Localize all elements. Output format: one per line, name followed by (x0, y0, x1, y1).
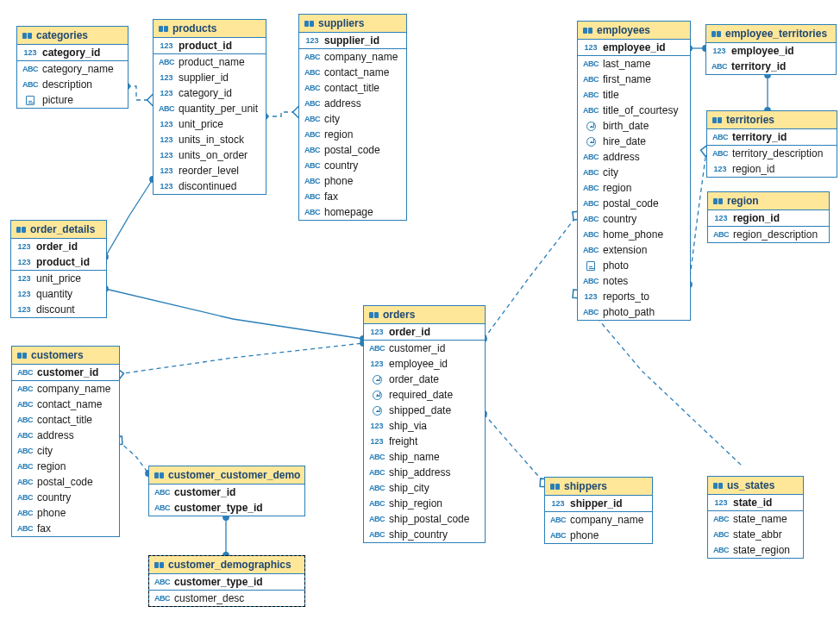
column-photo_path[interactable]: photo_path (578, 304, 690, 320)
column-customer_type_id[interactable]: customer_type_id (149, 574, 304, 590)
column-territory_id[interactable]: territory_id (707, 129, 837, 145)
table-header[interactable]: region (708, 192, 829, 210)
column-state_id[interactable]: state_id (708, 495, 803, 510)
table-header[interactable]: products (154, 20, 266, 38)
column-description[interactable]: description (17, 77, 128, 92)
column-birth_date[interactable]: birth_date (578, 118, 690, 134)
column-country[interactable]: country (299, 158, 406, 173)
column-address[interactable]: address (299, 96, 406, 111)
column-last_name[interactable]: last_name (578, 55, 690, 72)
table-categories[interactable]: categoriescategory_idcategory_namedescri… (16, 26, 129, 109)
table-order_details[interactable]: order_detailsorder_idproduct_idunit_pric… (10, 220, 107, 318)
column-city[interactable]: city (578, 165, 690, 180)
column-company_name[interactable]: company_name (12, 380, 119, 397)
column-units_in_stock[interactable]: units_in_stock (154, 132, 266, 147)
column-territory_id[interactable]: territory_id (706, 59, 836, 74)
column-home_phone[interactable]: home_phone (578, 227, 690, 242)
column-units_on_order[interactable]: units_on_order (154, 147, 266, 163)
column-contact_title[interactable]: contact_title (12, 412, 119, 428)
table-shippers[interactable]: shippersshipper_idcompany_namephone (544, 477, 653, 544)
table-products[interactable]: productsproduct_idproduct_namesupplier_i… (153, 19, 266, 195)
column-employee_id[interactable]: employee_id (364, 356, 485, 372)
column-customer_desc[interactable]: customer_desc (149, 590, 304, 606)
column-fax[interactable]: fax (12, 521, 119, 536)
table-header[interactable]: customer_customer_demo (149, 466, 304, 485)
column-shipped_date[interactable]: shipped_date (364, 403, 485, 418)
table-header[interactable]: employees (578, 22, 690, 40)
column-picture[interactable]: picture (17, 92, 128, 108)
column-category_id[interactable]: category_id (17, 45, 128, 60)
table-header[interactable]: suppliers (299, 15, 406, 33)
column-address[interactable]: address (578, 149, 690, 165)
column-title_of_courtesy[interactable]: title_of_courtesy (578, 103, 690, 118)
column-unit_price[interactable]: unit_price (11, 270, 106, 286)
column-employee_id[interactable]: employee_id (706, 43, 836, 59)
table-customer_customer_demo[interactable]: customer_customer_democustomer_idcustome… (148, 466, 305, 516)
column-notes[interactable]: notes (578, 273, 690, 289)
column-hire_date[interactable]: hire_date (578, 134, 690, 149)
column-product_name[interactable]: product_name (154, 53, 266, 70)
table-header[interactable]: order_details (11, 221, 106, 239)
column-state_region[interactable]: state_region (708, 542, 803, 558)
column-region_description[interactable]: region_description (708, 226, 829, 242)
column-ship_name[interactable]: ship_name (364, 449, 485, 465)
column-discontinued[interactable]: discontinued (154, 178, 266, 194)
column-freight[interactable]: freight (364, 434, 485, 449)
table-territories[interactable]: territoriesterritory_idterritory_descrip… (706, 110, 837, 178)
column-postal_code[interactable]: postal_code (578, 196, 690, 211)
column-customer_id[interactable]: customer_id (149, 485, 304, 500)
table-customer_demographics[interactable]: customer_demographicscustomer_type_idcus… (148, 555, 305, 607)
table-employees[interactable]: employeesemployee_idlast_namefirst_namet… (577, 21, 691, 321)
column-shipper_id[interactable]: shipper_id (545, 496, 652, 511)
table-header[interactable]: categories (17, 27, 128, 45)
table-header[interactable]: orders (364, 306, 485, 324)
column-ship_city[interactable]: ship_city (364, 480, 485, 496)
column-photo[interactable]: photo (578, 258, 690, 273)
column-supplier_id[interactable]: supplier_id (154, 70, 266, 85)
column-company_name[interactable]: company_name (545, 511, 652, 528)
column-product_id[interactable]: product_id (11, 254, 106, 270)
table-header[interactable]: territories (707, 111, 837, 129)
column-ship_postal_code[interactable]: ship_postal_code (364, 511, 485, 527)
table-header[interactable]: us_states (708, 477, 803, 495)
column-contact_name[interactable]: contact_name (299, 65, 406, 80)
column-category_name[interactable]: category_name (17, 60, 128, 77)
column-quantity_per_unit[interactable]: quantity_per_unit (154, 101, 266, 116)
column-extension[interactable]: extension (578, 242, 690, 258)
column-ship_region[interactable]: ship_region (364, 496, 485, 511)
column-customer_id[interactable]: customer_id (364, 340, 485, 356)
column-title[interactable]: title (578, 87, 690, 103)
table-header[interactable]: shippers (545, 478, 652, 496)
column-customer_id[interactable]: customer_id (12, 365, 119, 380)
column-territory_description[interactable]: territory_description (707, 145, 837, 161)
column-postal_code[interactable]: postal_code (12, 474, 119, 490)
column-first_name[interactable]: first_name (578, 72, 690, 87)
column-city[interactable]: city (12, 443, 119, 459)
column-category_id[interactable]: category_id (154, 85, 266, 101)
table-us_states[interactable]: us_statesstate_idstate_namestate_abbrsta… (707, 476, 804, 559)
column-discount[interactable]: discount (11, 302, 106, 317)
column-customer_type_id[interactable]: customer_type_id (149, 500, 304, 516)
column-order_date[interactable]: order_date (364, 372, 485, 387)
table-suppliers[interactable]: supplierssupplier_idcompany_namecontact_… (298, 14, 407, 221)
column-city[interactable]: city (299, 111, 406, 127)
column-region_id[interactable]: region_id (707, 161, 837, 177)
column-homepage[interactable]: homepage (299, 204, 406, 220)
column-reorder_level[interactable]: reorder_level (154, 163, 266, 178)
column-unit_price[interactable]: unit_price (154, 116, 266, 132)
column-reports_to[interactable]: reports_to (578, 289, 690, 304)
column-address[interactable]: address (12, 428, 119, 443)
column-employee_id[interactable]: employee_id (578, 40, 690, 55)
column-country[interactable]: country (12, 490, 119, 505)
column-ship_address[interactable]: ship_address (364, 465, 485, 480)
column-phone[interactable]: phone (12, 505, 119, 521)
table-header[interactable]: customer_demographics (149, 556, 304, 574)
column-product_id[interactable]: product_id (154, 38, 266, 53)
table-header[interactable]: employee_territories (706, 25, 836, 43)
table-customers[interactable]: customerscustomer_idcompany_namecontact_… (11, 346, 120, 537)
table-region[interactable]: regionregion_idregion_description (707, 191, 830, 243)
column-ship_via[interactable]: ship_via (364, 418, 485, 434)
column-ship_country[interactable]: ship_country (364, 527, 485, 542)
table-employee_territories[interactable]: employee_territoriesemployee_idterritory… (705, 24, 837, 75)
column-region_id[interactable]: region_id (708, 210, 829, 226)
